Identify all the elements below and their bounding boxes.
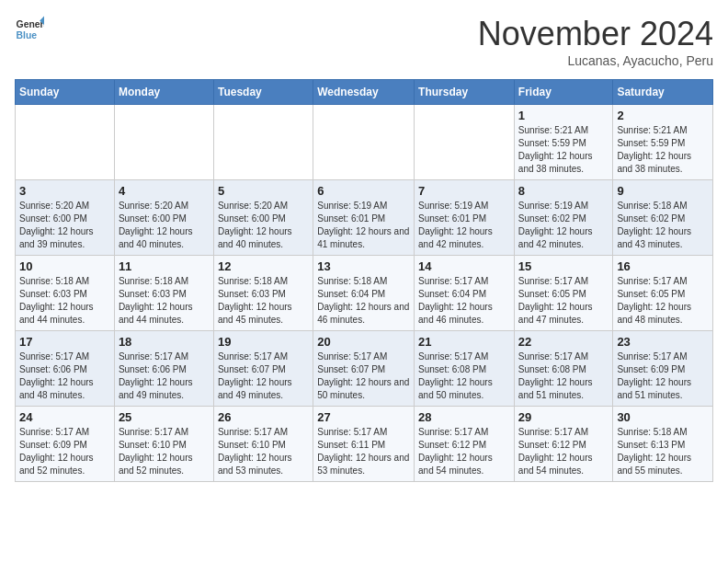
day-info: Sunrise: 5:18 AM Sunset: 6:13 PM Dayligh…	[617, 426, 709, 477]
day-number: 19	[218, 335, 309, 349]
calendar-week-row: 1Sunrise: 5:21 AM Sunset: 5:59 PM Daylig…	[16, 105, 713, 180]
calendar-day-cell: 12Sunrise: 5:18 AM Sunset: 6:03 PM Dayli…	[213, 256, 313, 331]
day-number: 18	[119, 335, 210, 349]
calendar-day-cell: 10Sunrise: 5:18 AM Sunset: 6:03 PM Dayli…	[16, 256, 115, 331]
day-info: Sunrise: 5:19 AM Sunset: 6:01 PM Dayligh…	[317, 200, 410, 251]
day-info: Sunrise: 5:17 AM Sunset: 6:10 PM Dayligh…	[119, 426, 210, 477]
calendar-day-cell: 28Sunrise: 5:17 AM Sunset: 6:12 PM Dayli…	[415, 407, 515, 482]
calendar-day-cell: 2Sunrise: 5:21 AM Sunset: 5:59 PM Daylig…	[613, 105, 713, 180]
day-number: 10	[19, 259, 110, 273]
calendar-day-cell: 7Sunrise: 5:19 AM Sunset: 6:01 PM Daylig…	[415, 180, 515, 256]
day-of-week-header: Thursday	[415, 80, 515, 105]
day-info: Sunrise: 5:17 AM Sunset: 6:07 PM Dayligh…	[218, 350, 309, 402]
day-number: 20	[317, 335, 410, 349]
calendar-day-cell: 9Sunrise: 5:18 AM Sunset: 6:02 PM Daylig…	[613, 180, 713, 256]
day-info: Sunrise: 5:19 AM Sunset: 6:02 PM Dayligh…	[518, 200, 609, 251]
day-number: 21	[418, 335, 510, 349]
day-number: 2	[617, 109, 709, 122]
calendar-day-cell: 1Sunrise: 5:21 AM Sunset: 5:59 PM Daylig…	[514, 105, 613, 180]
calendar-day-cell: 13Sunrise: 5:18 AM Sunset: 6:04 PM Dayli…	[313, 256, 415, 331]
day-number: 6	[317, 184, 410, 198]
day-info: Sunrise: 5:21 AM Sunset: 5:59 PM Dayligh…	[518, 124, 609, 176]
day-of-week-header: Wednesday	[313, 80, 415, 105]
day-number: 4	[119, 184, 210, 198]
calendar-header-row: SundayMondayTuesdayWednesdayThursdayFrid…	[16, 80, 713, 105]
day-number: 3	[19, 184, 110, 198]
day-of-week-header: Sunday	[16, 80, 115, 105]
day-info: Sunrise: 5:17 AM Sunset: 6:05 PM Dayligh…	[617, 275, 709, 327]
day-info: Sunrise: 5:20 AM Sunset: 6:00 PM Dayligh…	[218, 200, 309, 251]
day-info: Sunrise: 5:18 AM Sunset: 6:04 PM Dayligh…	[317, 275, 410, 327]
day-number: 23	[617, 335, 709, 349]
day-info: Sunrise: 5:20 AM Sunset: 6:00 PM Dayligh…	[19, 200, 110, 251]
day-number: 24	[19, 410, 110, 424]
calendar-day-cell: 21Sunrise: 5:17 AM Sunset: 6:08 PM Dayli…	[415, 331, 515, 407]
calendar-day-cell: 20Sunrise: 5:17 AM Sunset: 6:07 PM Dayli…	[313, 331, 415, 407]
day-info: Sunrise: 5:17 AM Sunset: 6:04 PM Dayligh…	[418, 275, 510, 327]
day-info: Sunrise: 5:18 AM Sunset: 6:02 PM Dayligh…	[617, 200, 709, 251]
calendar-day-cell	[213, 105, 313, 180]
day-info: Sunrise: 5:17 AM Sunset: 6:09 PM Dayligh…	[617, 350, 709, 402]
day-number: 29	[518, 410, 609, 424]
month-title: November 2024	[478, 15, 713, 53]
day-info: Sunrise: 5:17 AM Sunset: 6:06 PM Dayligh…	[119, 350, 210, 402]
day-of-week-header: Saturday	[613, 80, 713, 105]
day-info: Sunrise: 5:17 AM Sunset: 6:09 PM Dayligh…	[19, 426, 110, 477]
day-info: Sunrise: 5:17 AM Sunset: 6:08 PM Dayligh…	[518, 350, 609, 402]
day-info: Sunrise: 5:21 AM Sunset: 5:59 PM Dayligh…	[617, 124, 709, 176]
day-info: Sunrise: 5:17 AM Sunset: 6:10 PM Dayligh…	[218, 426, 309, 477]
calendar-day-cell: 19Sunrise: 5:17 AM Sunset: 6:07 PM Dayli…	[213, 331, 313, 407]
day-number: 26	[218, 410, 309, 424]
calendar-week-row: 10Sunrise: 5:18 AM Sunset: 6:03 PM Dayli…	[16, 256, 713, 331]
calendar-day-cell: 30Sunrise: 5:18 AM Sunset: 6:13 PM Dayli…	[613, 407, 713, 482]
day-info: Sunrise: 5:18 AM Sunset: 6:03 PM Dayligh…	[119, 275, 210, 327]
day-number: 17	[19, 335, 110, 349]
calendar-day-cell: 29Sunrise: 5:17 AM Sunset: 6:12 PM Dayli…	[514, 407, 613, 482]
day-info: Sunrise: 5:18 AM Sunset: 6:03 PM Dayligh…	[19, 275, 110, 327]
day-number: 30	[617, 410, 709, 424]
page-header: General Blue General Blue November 2024 …	[15, 15, 713, 68]
day-number: 9	[617, 184, 709, 198]
day-info: Sunrise: 5:17 AM Sunset: 6:06 PM Dayligh…	[19, 350, 110, 402]
calendar-week-row: 24Sunrise: 5:17 AM Sunset: 6:09 PM Dayli…	[16, 407, 713, 482]
calendar-day-cell: 24Sunrise: 5:17 AM Sunset: 6:09 PM Dayli…	[16, 407, 115, 482]
title-block: November 2024 Lucanas, Ayacucho, Peru	[478, 15, 713, 68]
day-info: Sunrise: 5:17 AM Sunset: 6:08 PM Dayligh…	[418, 350, 510, 402]
day-info: Sunrise: 5:17 AM Sunset: 6:05 PM Dayligh…	[518, 275, 609, 327]
day-of-week-header: Monday	[114, 80, 213, 105]
day-info: Sunrise: 5:20 AM Sunset: 6:00 PM Dayligh…	[119, 200, 210, 251]
location: Lucanas, Ayacucho, Peru	[478, 53, 713, 68]
day-number: 13	[317, 259, 410, 273]
calendar-day-cell: 27Sunrise: 5:17 AM Sunset: 6:11 PM Dayli…	[313, 407, 415, 482]
day-number: 7	[418, 184, 510, 198]
logo: General Blue General Blue	[15, 15, 44, 44]
day-number: 28	[418, 410, 510, 424]
day-number: 12	[218, 259, 309, 273]
calendar-day-cell: 17Sunrise: 5:17 AM Sunset: 6:06 PM Dayli…	[16, 331, 115, 407]
calendar-day-cell: 5Sunrise: 5:20 AM Sunset: 6:00 PM Daylig…	[213, 180, 313, 256]
day-of-week-header: Friday	[514, 80, 613, 105]
calendar-day-cell: 22Sunrise: 5:17 AM Sunset: 6:08 PM Dayli…	[514, 331, 613, 407]
day-info: Sunrise: 5:17 AM Sunset: 6:07 PM Dayligh…	[317, 350, 410, 402]
day-info: Sunrise: 5:17 AM Sunset: 6:12 PM Dayligh…	[418, 426, 510, 477]
day-number: 11	[119, 259, 210, 273]
calendar-day-cell	[415, 105, 515, 180]
svg-text:General: General	[17, 19, 44, 29]
day-number: 5	[218, 184, 309, 198]
day-number: 27	[317, 410, 410, 424]
day-info: Sunrise: 5:18 AM Sunset: 6:03 PM Dayligh…	[218, 275, 309, 327]
day-number: 1	[518, 109, 609, 122]
calendar-day-cell: 6Sunrise: 5:19 AM Sunset: 6:01 PM Daylig…	[313, 180, 415, 256]
day-info: Sunrise: 5:17 AM Sunset: 6:11 PM Dayligh…	[317, 426, 410, 477]
day-of-week-header: Tuesday	[213, 80, 313, 105]
day-number: 16	[617, 259, 709, 273]
day-number: 14	[418, 259, 510, 273]
calendar-table: SundayMondayTuesdayWednesdayThursdayFrid…	[15, 79, 713, 482]
calendar-day-cell: 3Sunrise: 5:20 AM Sunset: 6:00 PM Daylig…	[16, 180, 115, 256]
day-number: 8	[518, 184, 609, 198]
logo-icon: General Blue	[15, 15, 44, 44]
calendar-day-cell: 8Sunrise: 5:19 AM Sunset: 6:02 PM Daylig…	[514, 180, 613, 256]
calendar-day-cell: 11Sunrise: 5:18 AM Sunset: 6:03 PM Dayli…	[114, 256, 213, 331]
day-info: Sunrise: 5:19 AM Sunset: 6:01 PM Dayligh…	[418, 200, 510, 251]
day-info: Sunrise: 5:17 AM Sunset: 6:12 PM Dayligh…	[518, 426, 609, 477]
